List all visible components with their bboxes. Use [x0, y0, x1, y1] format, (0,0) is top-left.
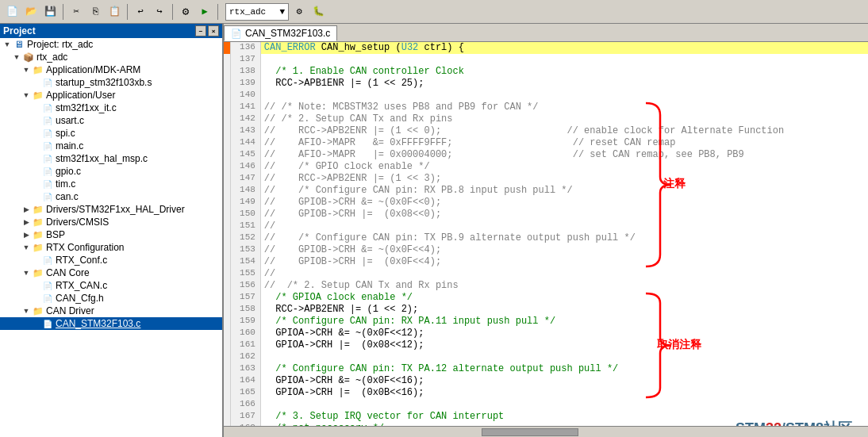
panel-close-button[interactable]: ×: [208, 25, 219, 36]
tree-item-usart[interactable]: 📄usart.c: [0, 114, 222, 127]
tree-expander-root[interactable]: ▼: [2, 39, 13, 50]
line-content-162[interactable]: [260, 351, 868, 363]
tree-item-startup[interactable]: 📄startup_stm32f103xb.s: [0, 76, 222, 89]
line-marker-138: [224, 66, 231, 78]
tree-item-can_driver[interactable]: ▼📁CAN Driver: [0, 305, 222, 317]
line-content-163[interactable]: /* Configure CAN pin: TX PA.12 alternate…: [260, 363, 868, 375]
paste-icon[interactable]: 📋: [106, 3, 123, 21]
line-content-150[interactable]: // GPIOB->CRH |= (0x08<<0);: [260, 209, 868, 220]
tree-expander-app_user[interactable]: ▼: [21, 90, 32, 101]
line-content-166[interactable]: [260, 399, 868, 411]
tree-expander-bsp[interactable]: ▶: [21, 229, 32, 240]
line-content-160[interactable]: GPIOA->CRH &= ~(0x0F<<12);: [260, 328, 868, 339]
tree-item-gpio[interactable]: 📄gpio.c: [0, 165, 222, 178]
redo-icon[interactable]: ↪: [151, 3, 168, 21]
tree-expander-drivers_cmsis[interactable]: ▶: [21, 217, 32, 228]
tree-item-root[interactable]: ▼🖥Project: rtx_adc: [0, 38, 222, 51]
tree-expander-drivers_hal[interactable]: ▶: [21, 204, 32, 215]
line-content-139[interactable]: RCC->APB1ENR |= (1 << 25);: [260, 78, 868, 90]
save-icon[interactable]: 💾: [41, 3, 59, 21]
build-icon[interactable]: ⚙: [177, 3, 194, 21]
tree-item-app_user[interactable]: ▼📁Application/User: [0, 89, 222, 102]
tree-item-drivers_hal[interactable]: ▶📁Drivers/STM32F1xx_HAL_Driver: [0, 203, 222, 216]
line-content-155[interactable]: //: [260, 268, 868, 280]
line-content-143[interactable]: // RCC->APB2ENR |= (1 << 0); // enable c…: [260, 125, 868, 137]
undo-icon[interactable]: ↩: [132, 3, 149, 21]
cut-icon[interactable]: ✂: [67, 3, 85, 21]
line-content-136[interactable]: CAN_ERROR CAN_hw_setup (U32 ctrl) {: [260, 42, 868, 54]
line-content-165[interactable]: GPIOA->CRH |= (0x0B<<16);: [260, 387, 868, 399]
line-content-142[interactable]: // /* 2. Setup CAN Tx and Rx pins: [260, 113, 868, 125]
line-content-151[interactable]: //: [260, 220, 868, 232]
tree-item-app_mdk[interactable]: ▼📁Application/MDK-ARM: [0, 63, 222, 76]
scroll-track[interactable]: [224, 427, 868, 437]
tree-expander-can_driver[interactable]: ▼: [21, 305, 32, 316]
tree-item-can_core[interactable]: ▼📁CAN Core: [0, 266, 222, 279]
tree-item-stm32f1xx_it[interactable]: 📄stm32f1xx_it.c: [0, 102, 222, 114]
panel-collapse-button[interactable]: −: [195, 25, 206, 36]
tree-item-rtx_conf[interactable]: 📄RTX_Conf.c: [0, 254, 222, 266]
tree-label-tim: tim.c: [56, 178, 75, 190]
line-content-168[interactable]: /* not necessary */: [260, 423, 868, 426]
tree-item-rtx_adc[interactable]: ▼📦rtx_adc: [0, 51, 222, 63]
run-icon[interactable]: ▶: [196, 3, 213, 21]
debug-icon[interactable]: 🐛: [309, 3, 327, 21]
project-panel-header: Project − ×: [0, 24, 222, 38]
line-content-161[interactable]: GPIOA->CRH |= (0x08<<12);: [260, 339, 868, 351]
active-tab[interactable]: 📄 CAN_STM32F103.c: [224, 25, 337, 41]
line-content-152[interactable]: // /* Configure CAN pin: TX PB.9 alterna…: [260, 232, 868, 244]
project-tree[interactable]: ▼🖥Project: rtx_adc▼📦rtx_adc▼📁Application…: [0, 38, 222, 437]
line-content-146[interactable]: // /* GPIO clock enable */: [260, 161, 868, 173]
line-content-156[interactable]: // /* 2. Setup CAN Tx and Rx pins: [260, 280, 868, 292]
line-number-158: 158: [231, 304, 261, 316]
line-content-164[interactable]: GPIOA->CRH &= ~(0x0F<<16);: [260, 375, 868, 387]
scroll-thumb[interactable]: [482, 428, 578, 436]
line-number-156: 156: [231, 280, 261, 292]
tree-item-can[interactable]: 📄can.c: [0, 190, 222, 203]
code-editor[interactable]: 136CAN_ERROR CAN_hw_setup (U32 ctrl) {13…: [224, 42, 868, 426]
line-content-140[interactable]: [260, 90, 868, 102]
project-dropdown[interactable]: rtx_adc ▼: [225, 3, 289, 21]
line-content-153[interactable]: // GPIOB->CRH &= ~(0x0F<<4);: [260, 244, 868, 256]
line-content-141[interactable]: // /* Note: MCBSTM32 uses PB8 and PB9 fo…: [260, 102, 868, 113]
tree-item-drivers_cmsis[interactable]: ▶📁Drivers/CMSIS: [0, 216, 222, 228]
new-file-icon[interactable]: 📄: [3, 3, 21, 21]
line-content-149[interactable]: // GPIOB->CRH &= ~(0x0F<<0);: [260, 197, 868, 209]
line-number-147: 147: [231, 173, 261, 185]
line-content-158[interactable]: RCC->APB2ENR |= (1 << 2);: [260, 304, 868, 316]
line-content-167[interactable]: /* 3. Setup IRQ vector for CAN interrupt: [260, 411, 868, 423]
tree-expander-rtx_config[interactable]: ▼: [21, 242, 32, 253]
table-row: 157 /* GPIOA clock enable */: [224, 292, 868, 304]
line-content-157[interactable]: /* GPIOA clock enable */: [260, 292, 868, 304]
tree-item-main[interactable]: 📄main.c: [0, 140, 222, 152]
tree-item-can_stm32f103[interactable]: 📄CAN_STM32F103.c: [0, 317, 222, 330]
line-content-145[interactable]: // AFIO->MAPR |= 0x00004000; // set CAN …: [260, 149, 868, 161]
tree-item-bsp[interactable]: ▶📁BSP: [0, 228, 222, 241]
bottom-scrollbar[interactable]: [224, 426, 868, 437]
line-content-154[interactable]: // GPIOB->CRH |= (0x0F<<4);: [260, 256, 868, 268]
tree-item-rtx_config[interactable]: ▼📁RTX Configuration: [0, 241, 222, 254]
tree-item-tim[interactable]: 📄tim.c: [0, 178, 222, 190]
line-content-147[interactable]: // RCC->APB2ENR |= (1 << 3);: [260, 173, 868, 185]
line-content-144[interactable]: // AFIO->MAPR &= 0xFFFF9FFF; // reset CA…: [260, 137, 868, 149]
copy-icon[interactable]: ⎘: [86, 3, 104, 21]
tree-expander-can_core[interactable]: ▼: [21, 267, 32, 278]
open-folder-icon[interactable]: 📂: [22, 3, 40, 21]
settings-icon[interactable]: ⚙: [290, 3, 308, 21]
line-number-143: 143: [231, 125, 261, 137]
tree-item-rtx_can[interactable]: 📄RTX_CAN.c: [0, 279, 222, 292]
tree-item-stm32f1xx_hal_msp[interactable]: 📄stm32f1xx_hal_msp.c: [0, 152, 222, 165]
tab-label: CAN_STM32F103.c: [245, 28, 330, 39]
tree-expander-rtx_adc[interactable]: ▼: [11, 52, 22, 63]
line-content-148[interactable]: // /* Configure CAN pin: RX PB.8 input p…: [260, 185, 868, 197]
tree-item-spi[interactable]: 📄spi.c: [0, 127, 222, 140]
line-marker-166: [224, 399, 231, 411]
file-icon-spi: 📄: [41, 128, 54, 139]
tree-item-can_cfg[interactable]: 📄CAN_Cfg.h: [0, 292, 222, 305]
line-marker-147: [224, 173, 231, 185]
line-marker-163: [224, 363, 231, 375]
line-content-159[interactable]: /* Configure CAN pin: RX PA.11 input pus…: [260, 316, 868, 328]
line-content-138[interactable]: /* 1. Enable CAN controller Clock: [260, 66, 868, 78]
tree-expander-app_mdk[interactable]: ▼: [21, 64, 32, 75]
line-content-137[interactable]: [260, 54, 868, 66]
